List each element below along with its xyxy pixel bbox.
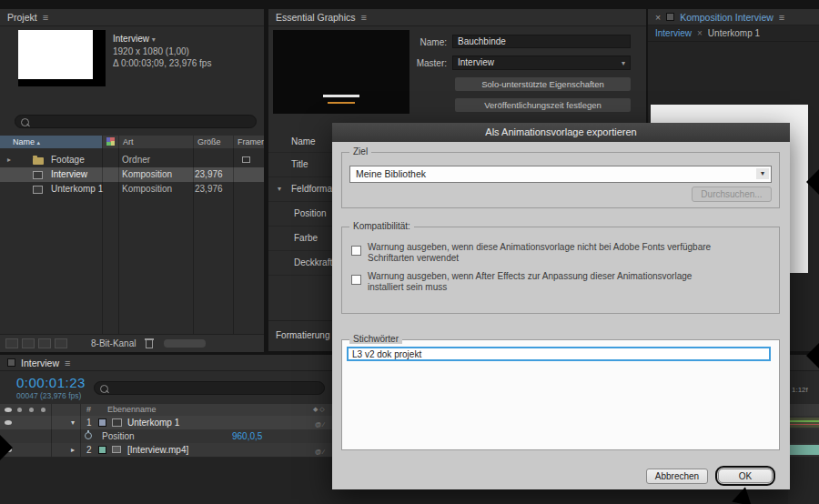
eg-solo-properties-button[interactable]: Solo-unterstützte Eigenschaften bbox=[455, 77, 631, 91]
eg-list-header-label: Name bbox=[291, 132, 316, 152]
new-composition-button[interactable] bbox=[38, 338, 51, 348]
browse-button[interactable]: Durchsuchen... bbox=[692, 186, 772, 202]
close-icon[interactable]: × bbox=[697, 28, 703, 38]
row-fps: 23,976 bbox=[195, 167, 223, 182]
project-panel-header: Projekt ≡ bbox=[0, 9, 264, 26]
trash-icon[interactable] bbox=[146, 340, 153, 348]
switches-icons: ◆ ◇ bbox=[313, 406, 325, 413]
interpret-footage-button[interactable] bbox=[5, 338, 18, 348]
column-divider bbox=[193, 148, 194, 334]
project-search-input[interactable] bbox=[15, 115, 257, 128]
eg-panel-title: Essential Graphics bbox=[276, 12, 356, 23]
eye-icon[interactable] bbox=[5, 420, 12, 425]
destination-group: Ziel Meine Bibliothek ▾ Durchsuchen... bbox=[341, 152, 780, 208]
parent-pickwhip-icon[interactable]: @ ∕ bbox=[315, 445, 324, 459]
row-name: Unterkomp 1 bbox=[51, 182, 103, 197]
project-panel-title: Projekt bbox=[7, 12, 37, 23]
layer-name: [Interview.mp4] bbox=[127, 443, 188, 457]
annotation-arrow-left-icon bbox=[806, 169, 819, 195]
project-row-footage[interactable]: ▸ Footage Ordner bbox=[0, 153, 264, 167]
ae-required-warning-label: Warnung ausgeben, wenn After Effects zur… bbox=[368, 271, 692, 293]
layer-bar-line-green bbox=[788, 420, 819, 422]
column-divider bbox=[118, 148, 119, 334]
solo-icon bbox=[29, 408, 34, 412]
lock-icon bbox=[41, 408, 46, 412]
layer-bar-line-red bbox=[788, 424, 819, 425]
panel-menu-icon[interactable]: ≡ bbox=[361, 12, 367, 23]
column-type[interactable]: Art bbox=[118, 136, 193, 148]
eg-item-label: Title bbox=[291, 152, 308, 176]
adjust-button[interactable] bbox=[55, 338, 67, 348]
destination-group-label: Ziel bbox=[349, 146, 371, 156]
chevron-down-icon: ▾ bbox=[756, 168, 769, 179]
timeline-ruler[interactable]: 1:12f bbox=[788, 371, 819, 404]
graph-row bbox=[788, 443, 819, 457]
expand-icon[interactable]: ▾ bbox=[71, 416, 75, 429]
panel-chip-icon bbox=[7, 358, 15, 367]
eg-name-field[interactable]: Bauchbinde bbox=[452, 35, 631, 48]
tab-interview[interactable]: Interview bbox=[655, 28, 692, 38]
timeline-row-position-property[interactable]: Position 960,0,5 bbox=[0, 429, 332, 444]
project-thumbnail bbox=[18, 30, 106, 86]
expand-icon[interactable]: ▸ bbox=[7, 153, 11, 167]
eg-master-select[interactable]: Interview ▾ bbox=[452, 55, 631, 70]
timeline-row-unterkomp[interactable]: ▾ 1 Unterkomp 1 @ ∕ bbox=[0, 416, 332, 430]
column-size[interactable]: Größe bbox=[193, 136, 233, 148]
annotation-arrow-left-icon bbox=[806, 343, 819, 368]
progress-pill bbox=[164, 339, 206, 348]
layer-name-column[interactable]: Ebenenname bbox=[107, 405, 157, 414]
timeline-search-input[interactable] bbox=[94, 381, 325, 395]
cancel-button[interactable]: Abbrechen bbox=[646, 469, 708, 484]
layer-bar-interview[interactable] bbox=[788, 445, 819, 455]
keywords-input[interactable] bbox=[347, 347, 771, 361]
destination-value: Meine Bibliothek bbox=[356, 168, 426, 179]
panel-menu-icon[interactable]: ≡ bbox=[65, 358, 70, 368]
property-value[interactable]: 960,0,5 bbox=[232, 429, 262, 443]
timeline-tab[interactable]: Interview bbox=[21, 358, 59, 368]
video-icon bbox=[112, 446, 121, 453]
eg-master-label: Master: bbox=[405, 58, 447, 68]
column-divider bbox=[51, 404, 52, 457]
project-comp-name[interactable]: Interview bbox=[113, 34, 149, 44]
label-color-chip[interactable] bbox=[98, 446, 106, 454]
eg-master-value: Interview bbox=[458, 57, 494, 67]
keywords-group: Stichwörter bbox=[341, 339, 780, 450]
audio-icon bbox=[17, 408, 22, 412]
project-comp-duration: Δ 0:00:03;09, 23,976 fps bbox=[113, 57, 211, 69]
comp-panel-title: Komposition Interview bbox=[680, 12, 774, 23]
current-timecode[interactable]: 0:00:01:23 bbox=[16, 375, 86, 390]
close-icon[interactable]: × bbox=[655, 12, 661, 23]
new-folder-button[interactable] bbox=[22, 338, 35, 348]
stopwatch-icon[interactable] bbox=[85, 432, 92, 439]
row-type: Ordner bbox=[122, 153, 150, 167]
layer-bar-unterkomp[interactable] bbox=[788, 418, 819, 428]
eg-item-label: Position bbox=[294, 201, 327, 226]
panel-chip-icon bbox=[666, 13, 674, 21]
chevron-down-icon[interactable]: ▾ bbox=[278, 176, 281, 201]
column-name-sort[interactable]: Name ▴ bbox=[0, 136, 102, 148]
column-framerate[interactable]: Framera... bbox=[233, 136, 264, 148]
eg-set-poster-time-button[interactable]: Veröffentlichungszeit festlegen bbox=[455, 98, 631, 112]
ok-button[interactable]: OK bbox=[718, 469, 773, 483]
project-column-header: Name ▴ Art Größe Framera... bbox=[0, 136, 264, 148]
project-row-interview-selected[interactable]: Interview Komposition 23,976 bbox=[0, 167, 264, 182]
eye-icon bbox=[5, 408, 12, 412]
annotation-arrow-up-icon bbox=[732, 485, 754, 504]
dialog-title-bar[interactable]: Als Animationsvorlage exportieren bbox=[332, 123, 790, 142]
tab-unterkomp[interactable]: Unterkomp 1 bbox=[708, 28, 760, 38]
compatibility-group: Kompatibilität: Warnung ausgeben, wenn d… bbox=[341, 227, 780, 314]
ok-button-default-ring: OK bbox=[715, 466, 775, 486]
label-color-chip[interactable] bbox=[98, 418, 106, 427]
destination-select[interactable]: Meine Bibliothek ▾ bbox=[349, 166, 772, 183]
bit-depth-button[interactable]: 8-Bit-Kanal bbox=[91, 338, 136, 348]
keywords-group-label: Stichwörter bbox=[349, 334, 402, 344]
expand-icon[interactable]: ▸ bbox=[71, 443, 75, 457]
panel-menu-icon[interactable]: ≡ bbox=[779, 12, 784, 23]
row-name: Interview bbox=[51, 167, 87, 182]
column-label-color[interactable] bbox=[102, 136, 119, 148]
adobe-fonts-warning-checkbox[interactable] bbox=[351, 246, 361, 256]
ae-required-warning-checkbox[interactable] bbox=[351, 275, 361, 285]
panel-menu-icon[interactable]: ≡ bbox=[43, 12, 48, 23]
timeline-row-interview-mp4[interactable]: ▸ 2 [Interview.mp4] @ ∕ bbox=[0, 443, 332, 458]
project-row-unterkomp[interactable]: Unterkomp 1 Komposition 23,976 bbox=[0, 182, 264, 197]
